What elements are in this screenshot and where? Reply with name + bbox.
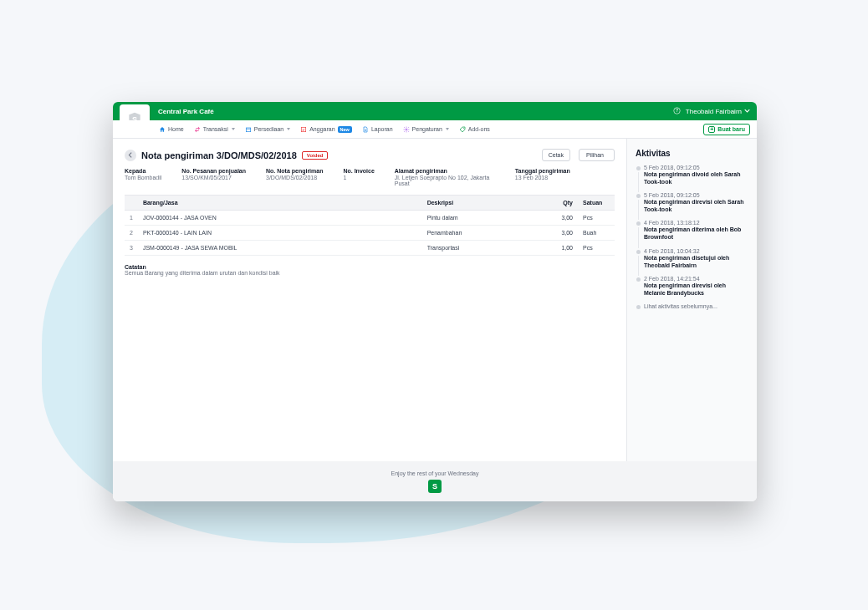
page-title-row: Nota pengiriman 3/DO/MDS/02/2018 Voided … — [125, 149, 615, 161]
table-row[interactable]: 1JOV-0000144 - JASA OVENPintu dalam3,00P… — [125, 211, 615, 226]
activity-item[interactable]: 4 Feb 2018, 10:04:32Nota pengiriman dise… — [636, 248, 748, 269]
main-panel: Nota pengiriman 3/DO/MDS/02/2018 Voided … — [113, 139, 626, 461]
company-name: Central Park Café — [158, 108, 214, 115]
options-select[interactable]: Pilihan — [579, 149, 615, 161]
meta-value: 1 — [343, 175, 374, 180]
nav-addons[interactable]: Add-ons — [455, 124, 494, 135]
svg-point-6 — [463, 127, 464, 128]
activity-text: Nota pengiriman direvisi oleh Sarah Took… — [644, 199, 743, 212]
cell-qty: 3,00 — [544, 226, 578, 241]
nav-laporan-label: Laporan — [371, 126, 393, 132]
th-unit: Satuan — [578, 196, 615, 211]
help-icon[interactable]: ? — [673, 107, 681, 116]
footer-text: Enjoy the rest of your Wednesday — [391, 470, 479, 476]
meta-value: 13/SO/KM/05/2017 — [181, 175, 246, 180]
meta-inv: No. Invoice 1 — [343, 168, 374, 186]
meta-label: No. Nota pengiriman — [266, 168, 323, 174]
activity-time: 2 Feb 2018, 14:21:54 — [644, 276, 748, 282]
activity-text: Nota pengiriman diterima oleh Bob Brownf… — [644, 226, 741, 240]
meta-label: No. Pesanan penjualan — [181, 168, 246, 174]
chevron-left-icon — [128, 152, 134, 158]
activity-title: Aktivitas — [636, 149, 748, 158]
svg-point-5 — [406, 129, 407, 130]
activity-time: 5 Feb 2018, 09:12:05 — [644, 192, 748, 198]
meta-value: Jl. Letjen Soeprapto No 102, Jakarta Pus… — [395, 175, 495, 186]
activity-text: Nota pengiriman direvisi oleh Melanie Br… — [644, 282, 726, 296]
nav-transaksi-label: Transaksi — [203, 126, 228, 132]
cell-index: 1 — [125, 211, 138, 226]
nav-pengaturan[interactable]: Pengaturan — [399, 124, 453, 135]
activity-item[interactable]: 5 Feb 2018, 09:12:05Nota pengiriman dire… — [636, 192, 748, 213]
page-title: Nota pengiriman 3/DO/MDS/02/2018 — [141, 150, 297, 160]
table-header-row: Barang/Jasa Deskripsi Qty Satuan — [125, 196, 615, 211]
activity-item[interactable]: 5 Feb 2018, 09:12:05Nota pengiriman divo… — [636, 165, 748, 186]
nav-transaksi[interactable]: Transaksi — [190, 124, 239, 135]
plus-icon: + — [708, 126, 715, 133]
notes-title: Catatan — [125, 264, 615, 270]
cell-index: 2 — [125, 226, 138, 241]
options-select-label: Pilihan — [586, 152, 604, 158]
cell-desc: Pintu dalam — [422, 211, 544, 226]
nav-addons-label: Add-ons — [468, 126, 490, 132]
activity-time: 4 Feb 2018, 13:18:12 — [644, 220, 748, 226]
report-icon — [362, 126, 369, 133]
th-item: Barang/Jasa — [138, 196, 422, 211]
chevron-down-icon — [287, 128, 290, 130]
cell-unit: Pcs — [578, 241, 615, 256]
meta-label: Tanggal pengiriman — [515, 168, 570, 174]
back-button[interactable] — [125, 150, 136, 161]
table-row[interactable]: 2PKT-0000140 - LAIN LAINPenambahan3,00Bu… — [125, 226, 615, 241]
home-icon — [159, 126, 166, 133]
tag-icon — [459, 126, 466, 133]
content-body: Nota pengiriman 3/DO/MDS/02/2018 Voided … — [113, 139, 757, 461]
activity-more-link[interactable]: Lihat aktivitas sebelumnya... — [636, 303, 748, 309]
meta-do: No. Nota pengiriman 3/DO/MDS/02/2018 — [266, 168, 323, 186]
meta-address: Alamat pengiriman Jl. Letjen Soeprapto N… — [395, 168, 495, 186]
new-badge: New — [338, 126, 352, 133]
chevron-down-icon — [232, 128, 235, 130]
gear-icon — [403, 126, 410, 133]
nav-laporan[interactable]: Laporan — [358, 124, 397, 135]
activity-sidebar: Aktivitas 5 Feb 2018, 09:12:05Nota pengi… — [626, 139, 757, 461]
th-desc: Deskripsi — [422, 196, 544, 211]
nav-anggaran[interactable]: Anggaran New — [296, 124, 356, 135]
meta-so: No. Pesanan penjualan 13/SO/KM/05/2017 — [181, 168, 246, 186]
meta-label: Alamat pengiriman — [395, 168, 495, 174]
budget-icon — [300, 126, 307, 133]
meta-kepada: Kepada Tom Bombadil — [125, 168, 161, 186]
activity-time: 4 Feb 2018, 10:04:32 — [644, 248, 748, 254]
items-table: Barang/Jasa Deskripsi Qty Satuan 1JOV-00… — [125, 195, 615, 256]
app-window: S Central Park Café ? Theobald Fairbairn… — [113, 102, 757, 501]
cell-desc: Transportasi — [422, 241, 544, 256]
footer-logo: S — [428, 480, 442, 493]
meta-date: Tanggal pengiriman 13 Feb 2018 — [515, 168, 570, 186]
nav-persediaan[interactable]: Persediaan — [241, 124, 294, 135]
create-new-button[interactable]: + Buat baru — [703, 124, 750, 135]
box-icon — [245, 126, 252, 133]
swap-icon — [194, 126, 201, 133]
cell-index: 3 — [125, 241, 138, 256]
cell-desc: Penambahan — [422, 226, 544, 241]
chevron-down-icon — [446, 128, 449, 130]
nav-persediaan-label: Persediaan — [254, 126, 283, 132]
svg-text:?: ? — [676, 108, 678, 113]
meta-label: No. Invoice — [343, 168, 374, 174]
meta-value: 13 Feb 2018 — [515, 175, 570, 180]
svg-rect-3 — [246, 128, 250, 132]
meta-value: Tom Bombadil — [125, 175, 161, 180]
table-row[interactable]: 3JSM-0000149 - JASA SEWA MOBILTransporta… — [125, 241, 615, 256]
nav-home[interactable]: Home — [155, 124, 188, 135]
meta-label: Kepada — [125, 168, 161, 174]
top-bar: S Central Park Café ? Theobald Fairbairn — [113, 102, 757, 120]
user-name[interactable]: Theobald Fairbairn — [686, 108, 742, 115]
nav-home-label: Home — [168, 126, 184, 132]
activity-item[interactable]: 2 Feb 2018, 14:21:54Nota pengiriman dire… — [636, 276, 748, 297]
activity-item[interactable]: 4 Feb 2018, 13:18:12Nota pengiriman dite… — [636, 220, 748, 241]
notes-section: Catatan Semua Barang yang diterima dalam… — [125, 264, 615, 276]
print-button[interactable]: Cetak — [542, 149, 570, 161]
cell-unit: Pcs — [578, 211, 615, 226]
create-new-label: Buat baru — [717, 126, 745, 132]
status-badge: Voided — [302, 151, 329, 160]
nav-pengaturan-label: Pengaturan — [412, 126, 442, 132]
activity-text: Nota pengiriman disetujui oleh Theobald … — [644, 255, 729, 268]
